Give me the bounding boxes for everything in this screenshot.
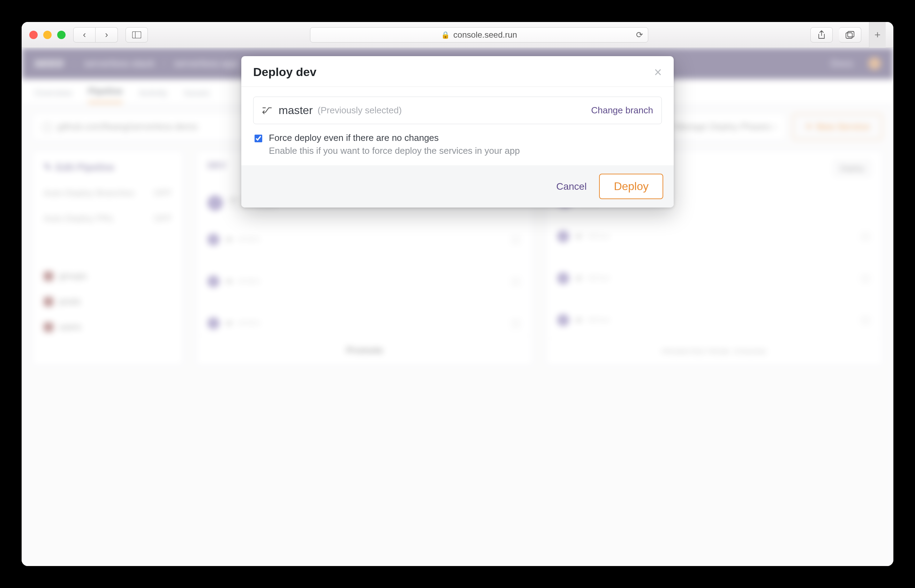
deploy-button[interactable]: Deploy xyxy=(599,174,663,199)
previously-selected-hint: (Previously selected) xyxy=(318,105,402,116)
sidebar-toggle-button[interactable] xyxy=(126,27,148,42)
lock-icon: 🔒 xyxy=(441,31,450,39)
minimize-window-button[interactable] xyxy=(43,31,52,39)
svg-rect-0 xyxy=(132,31,141,38)
force-deploy-description: Enable this if you want to force deploy … xyxy=(269,145,520,156)
maximize-window-button[interactable] xyxy=(57,31,66,39)
branch-selector[interactable]: master (Previously selected) Change bran… xyxy=(253,97,662,124)
browser-titlebar: ‹ › 🔒 console.seed.run ⟳ + xyxy=(22,22,893,48)
forward-button[interactable]: › xyxy=(95,27,118,42)
url-bar[interactable]: 🔒 console.seed.run ⟳ xyxy=(310,27,648,42)
nav-buttons: ‹ › xyxy=(73,27,118,42)
change-branch-link[interactable]: Change branch xyxy=(591,105,653,116)
browser-right-tools xyxy=(810,27,861,42)
force-deploy-label: Force deploy even if there are no change… xyxy=(269,132,520,143)
force-deploy-option: Force deploy even if there are no change… xyxy=(253,132,662,156)
svg-rect-2 xyxy=(846,33,852,38)
close-icon[interactable]: × xyxy=(654,66,662,79)
modal-footer: Cancel Deploy xyxy=(241,165,674,207)
app-viewport: SEED › serverless-stack / serverless-app… xyxy=(22,48,893,566)
cancel-button[interactable]: Cancel xyxy=(554,181,589,192)
tabs-button[interactable] xyxy=(839,27,861,42)
url-host: console.seed.run xyxy=(453,30,517,40)
close-window-button[interactable] xyxy=(29,31,38,39)
modal-title: Deploy dev xyxy=(253,65,316,79)
git-branch-icon xyxy=(262,105,274,116)
modal-body: master (Previously selected) Change bran… xyxy=(241,87,674,165)
back-button[interactable]: ‹ xyxy=(73,27,95,42)
force-deploy-checkbox[interactable] xyxy=(255,135,262,142)
new-tab-button[interactable]: + xyxy=(869,22,886,48)
browser-window: ‹ › 🔒 console.seed.run ⟳ + SEED › server xyxy=(22,22,893,566)
branch-name: master xyxy=(279,104,313,117)
svg-rect-3 xyxy=(848,31,854,37)
modal-header: Deploy dev × xyxy=(241,56,674,87)
share-button[interactable] xyxy=(810,27,833,42)
refresh-icon[interactable]: ⟳ xyxy=(636,30,643,40)
deploy-modal: Deploy dev × master (Previously selected… xyxy=(241,56,674,207)
window-controls xyxy=(29,31,66,39)
